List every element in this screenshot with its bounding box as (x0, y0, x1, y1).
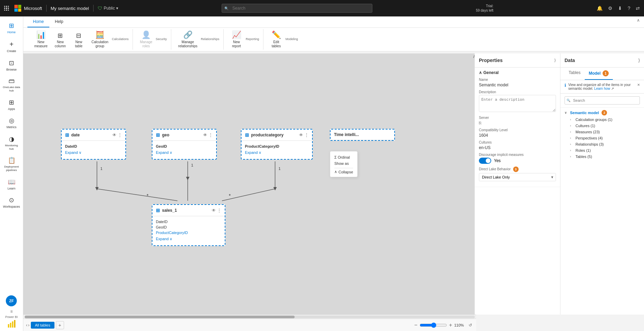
svg-line-11 (222, 189, 275, 201)
props-expand-icon[interactable]: ⟩ (554, 58, 556, 63)
calculation-group-button[interactable]: 🧮 Calculationgroup (89, 29, 111, 50)
calculations-buttons: 📊 Newmeasure ⊞ Newcolumn ⊟ Newtable 🧮 Ca… (32, 29, 111, 50)
sidebar-item-workspaces[interactable]: ⊙ Workspaces (1, 194, 22, 211)
notification-icon[interactable]: 🔔 (597, 5, 603, 11)
server-copy-icon[interactable]: ⎘ (479, 121, 481, 125)
zoom-minus-btn[interactable]: − (414, 322, 417, 328)
download-icon[interactable]: ⬇ (618, 5, 622, 11)
grid-menu-button[interactable] (4, 6, 9, 11)
ribbon-tab-help[interactable]: Help (49, 16, 69, 27)
data-search-input[interactable] (565, 96, 640, 105)
ordinal-row[interactable]: Σ Ordinal (334, 154, 353, 160)
date-eye-icon[interactable]: 👁 (112, 133, 116, 137)
visibility-badge[interactable]: 🛡 Public ▾ (98, 5, 119, 11)
sidebar-item-monitoring[interactable]: ◑ Monitoring hub (1, 133, 22, 153)
sidebar-item-onelake[interactable]: 🗃 OneLake data hub (1, 75, 22, 95)
sales1-expand[interactable]: Expand ∨ (156, 235, 221, 243)
props-lake-select[interactable]: Direct Lake Only (479, 173, 556, 181)
date-label: date (71, 133, 80, 137)
data-search (560, 94, 644, 108)
sidebar-item-browse[interactable]: ⊡ Browse (1, 57, 22, 74)
sales1-more-icon[interactable]: ⋮ (217, 208, 221, 213)
perspectives-label: Perspectives (4) (575, 136, 603, 140)
roles-chevron: › (570, 149, 574, 152)
time-intelli-label: Time intelli... (334, 132, 359, 137)
geo-label: geo (162, 133, 169, 137)
tree-item-cultures[interactable]: › Cultures (1) (560, 123, 644, 129)
manage-relationships-button[interactable]: 🔗 Managerelationships (175, 29, 200, 50)
props-discourage-label: Discourage implicit measures (479, 153, 556, 157)
bottom-next-icon[interactable]: › (28, 323, 29, 328)
global-search-input[interactable] (222, 4, 372, 13)
data-tab-model[interactable]: Model 1 (585, 68, 613, 80)
props-section-general-title[interactable]: ∧ General (479, 70, 556, 75)
svg-line-5 (97, 189, 177, 201)
tree-item-relationships[interactable]: › Relationships (3) (560, 141, 644, 147)
sales1-eye-icon[interactable]: 👁 (212, 208, 216, 213)
collapse-row[interactable]: ∧ Collapse (334, 170, 353, 174)
ribbon-tab-home[interactable]: Home (27, 16, 49, 27)
bottom-prev-icon[interactable]: ‹ (26, 323, 27, 328)
tables-label: Tables (5) (575, 155, 592, 159)
learn-how-link[interactable]: Learn how (594, 87, 610, 90)
zoom-refresh-icon[interactable]: ↺ (469, 323, 472, 328)
manage-roles-button[interactable]: 👤 Manageroles (137, 29, 155, 50)
props-server-field: Server ⎘ (479, 116, 556, 125)
zoom-plus-btn[interactable]: + (449, 322, 452, 328)
edit-tables-button[interactable]: ✏️ Edittables (268, 29, 285, 50)
horizontal-scrollbar[interactable] (23, 315, 476, 319)
scrollbar-thumb[interactable] (25, 316, 295, 318)
props-server-row: ⎘ (479, 121, 556, 125)
all-tables-tab[interactable]: All tables (31, 322, 54, 329)
geo-expand[interactable]: Expand ∨ (156, 149, 213, 156)
collapse-chevron: ∧ (334, 170, 337, 174)
productcategory-expand[interactable]: Expand ∨ (245, 149, 309, 156)
props-desc-textarea[interactable] (479, 95, 556, 112)
new-table-button[interactable]: ⊟ Newtable (70, 30, 87, 50)
user-avatar[interactable]: ZF (6, 295, 17, 306)
sidebar-item-learn[interactable]: 📖 Learn (1, 175, 22, 193)
help-icon[interactable]: ? (628, 5, 630, 11)
ribbon-collapse-btn[interactable]: ∧ (637, 18, 640, 23)
data-tab-tables[interactable]: Tables (565, 68, 585, 80)
sidebar-item-deployment[interactable]: 📋 Deployment pipelines (1, 154, 22, 174)
tree-item-measures[interactable]: › Measures (23) (560, 129, 644, 135)
sidebar-item-apps[interactable]: ⊞ Apps (1, 96, 22, 114)
global-search[interactable] (222, 4, 372, 13)
tree-item-perspectives[interactable]: › Perspectives (4) (560, 135, 644, 141)
svg-text:1: 1 (191, 163, 193, 167)
props-cultures-field: Cultures en-US (479, 140, 556, 150)
tree-root[interactable]: ∨ Semantic model 2 (560, 109, 644, 117)
info-close-icon[interactable]: ✕ (637, 83, 640, 87)
ribbon-group-reporting: 📈 Newreport Reporting (224, 29, 263, 50)
table-card-sales1: ⊞ sales_1 👁 ⋮ DateID GeoID ProductCatego… (152, 204, 225, 246)
data-panel-expand-icon[interactable]: ⟩ (638, 58, 640, 63)
new-column-button[interactable]: ⊞ Newcolumn (52, 30, 69, 50)
settings-icon[interactable]: ⚙ (608, 5, 612, 11)
new-report-button[interactable]: 📈 Newreport (228, 29, 245, 50)
add-tab-button[interactable]: + (56, 321, 64, 329)
productcategory-eye-icon[interactable]: 👁 (299, 133, 303, 137)
sales1-title: ⊞ sales_1 (156, 208, 177, 213)
sidebar-item-create[interactable]: + Create (1, 38, 22, 56)
date-more-icon[interactable]: ⋮ (118, 133, 122, 137)
bottom-nav: ‹ › (26, 323, 29, 328)
zoom-slider[interactable] (420, 322, 447, 328)
share-icon[interactable]: ⇄ (636, 5, 640, 11)
discourage-toggle[interactable] (479, 158, 491, 164)
productcategory-more-icon[interactable]: ⋮ (305, 133, 309, 137)
sidebar-item-home[interactable]: ⊞ Home (1, 19, 22, 37)
svg-text:*: * (147, 193, 149, 198)
sidebar-collapse-icon[interactable]: ≡ (10, 309, 13, 314)
show-as-row[interactable]: Show as (334, 160, 353, 167)
sidebar: ⊞ Home + Create ⊡ Browse 🗃 OneLake data … (0, 16, 23, 331)
geo-more-icon[interactable]: ⋮ (209, 133, 213, 137)
tree-item-roles[interactable]: › Roles (1) (560, 147, 644, 154)
tree-item-tables[interactable]: › Tables (5) (560, 154, 644, 160)
geo-eye-icon[interactable]: 👁 (203, 133, 207, 137)
tree-item-calc-groups[interactable]: › Calculation groups (1) (560, 117, 644, 123)
sidebar-item-metrics[interactable]: ◎ Metrics (1, 114, 22, 132)
new-measure-button[interactable]: 📊 Newmeasure (32, 29, 50, 50)
date-expand[interactable]: Expand ∨ (65, 149, 122, 156)
roles-label: Roles (1) (575, 148, 591, 152)
